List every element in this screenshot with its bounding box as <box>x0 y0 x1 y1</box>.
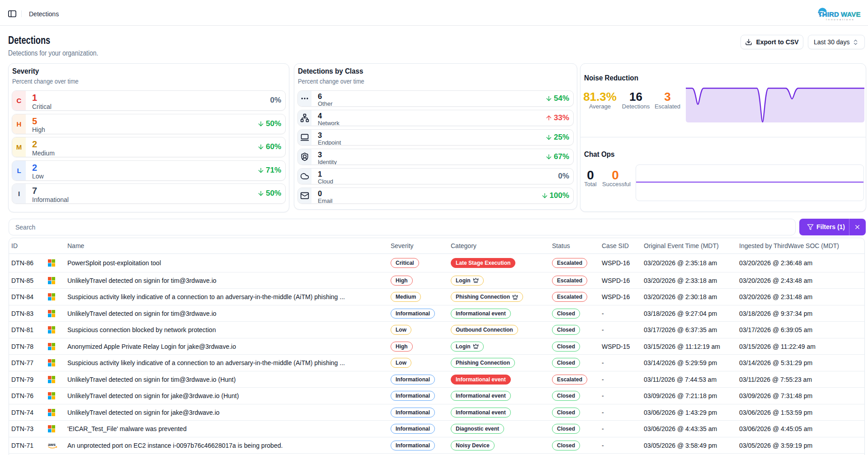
svg-text:Innovations: Innovations <box>826 18 855 21</box>
svg-text:aws: aws <box>48 442 56 447</box>
